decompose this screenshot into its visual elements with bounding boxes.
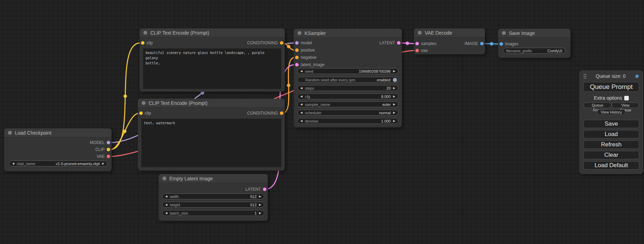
drag-handle-icon[interactable] [583,74,586,79]
widget-ckpt_name[interactable]: ◀ckpt_namev1-5-pruned-emaonly.ckpt▶ [9,161,107,166]
input-dot-vae[interactable] [415,49,419,52]
collapse-dot-icon[interactable] [143,31,147,35]
settings-gear-icon[interactable]: ✱ [635,74,639,79]
node-clip-text-encode-positive[interactable]: CLIP Text Encode (Prompt)clipCONDITIONIN… [140,28,285,92]
prompt-text-input[interactable]: beautiful scenery nature glass bottle la… [143,48,281,89]
input-slot-vae[interactable]: vae [415,48,427,53]
queue-prompt-button[interactable]: Queue Prompt [583,82,639,92]
decrement-arrow[interactable]: ◀ [300,95,302,98]
toggle-state-dot[interactable] [393,78,397,82]
collapse-dot-icon[interactable] [502,31,506,35]
save-button[interactable]: Save [583,120,639,128]
node-title-bar[interactable]: VAE Decode [414,28,485,37]
input-dot-positive[interactable] [295,48,299,52]
queue-front-button[interactable]: Queue Front [583,102,611,108]
node-ksampler[interactable]: KSamplermodelpositivenegativelatent_imag… [294,29,402,127]
node-title-bar[interactable]: Load Checkpoint [4,128,112,137]
widget-filename_prefix[interactable]: filename_prefixComfyUI [503,48,565,54]
input-dot-clip[interactable] [139,111,143,115]
input-slot-latent_image[interactable]: latent_image [295,62,325,67]
view-history-button[interactable]: View History [597,109,626,115]
node-title-bar[interactable]: Empty Latent Image [159,174,268,183]
widget-sampler_name[interactable]: ◀sampler_nameeuler▶ [297,101,398,107]
widget-seed[interactable]: ◀seed156680208700286▶ [297,68,398,74]
widget-scheduler[interactable]: ◀schedulernormal▶ [297,110,398,116]
widget-width[interactable]: ◀width512▶ [162,193,264,199]
node-title-bar[interactable]: CLIP Text Encode (Prompt) [140,28,285,37]
decrement-arrow[interactable]: ◀ [300,70,302,73]
node-title-bar[interactable]: CLIP Text Encode (Prompt) [138,99,285,108]
decrement-arrow[interactable]: ◀ [300,103,302,106]
input-slot-clip[interactable]: clip [139,110,151,116]
input-slot-positive[interactable]: positive [295,47,315,53]
node-clip-text-encode-negative[interactable]: CLIP Text Encode (Prompt)clipCONDITIONIN… [138,99,285,171]
decrement-arrow[interactable]: ◀ [12,162,14,165]
collapse-dot-icon[interactable] [298,31,301,35]
collapse-dot-icon[interactable] [418,31,422,35]
decrement-arrow[interactable]: ◀ [300,111,302,114]
output-dot-LATENT[interactable] [397,41,400,45]
output-dot-IMAGE[interactable] [480,42,484,45]
increment-arrow[interactable]: ▶ [259,212,261,215]
prompt-text-input[interactable]: text, watermark [141,119,281,167]
widget-batch_size[interactable]: ◀batch_size1▶ [162,210,264,216]
input-slot-images[interactable]: images [500,41,519,47]
decrement-arrow[interactable]: ◀ [300,120,302,123]
widget-Random seed after every gen[interactable]: Random seed after every genenabled [297,77,398,83]
load-default-button[interactable]: Load Default [583,161,639,170]
increment-arrow[interactable]: ▶ [393,70,395,73]
collapse-dot-icon[interactable] [8,131,12,135]
input-dot-clip[interactable] [141,41,144,45]
node-title-bar[interactable]: Save Image [498,29,571,38]
decrement-arrow[interactable]: ◀ [165,204,167,206]
increment-arrow[interactable]: ▶ [393,111,395,114]
increment-arrow[interactable]: ▶ [393,120,395,123]
increment-arrow[interactable]: ▶ [393,87,395,90]
output-dot-CONDITIONING[interactable] [280,41,283,45]
output-slot-MODEL[interactable]: MODEL [90,140,110,145]
output-slot-CLIP[interactable]: CLIP [95,147,110,152]
input-slot-model[interactable]: model [295,40,312,46]
increment-arrow[interactable]: ▶ [259,204,261,206]
collapse-dot-icon[interactable] [142,101,145,105]
widget-steps[interactable]: ◀steps20▶ [297,85,398,91]
node-load-checkpoint[interactable]: Load CheckpointMODELCLIPVAE◀ckpt_namev1-… [4,128,112,171]
widget-cfg[interactable]: ◀cfg8.000▶ [297,93,398,99]
collapse-dot-icon[interactable] [162,177,166,180]
input-slot-clip[interactable]: clip [141,40,153,46]
output-slot-VAE[interactable]: VAE [97,154,110,159]
input-slot-negative[interactable]: negative [295,55,316,60]
decrement-arrow[interactable]: ◀ [165,212,167,215]
input-dot-model[interactable] [295,41,299,45]
increment-arrow[interactable]: ▶ [102,162,104,165]
node-save-image[interactable]: Save Imageimagesfilename_prefixComfyUI [498,29,571,58]
view-queue-button[interactable]: View Queue [611,102,639,108]
input-slot-samples[interactable]: samples [415,41,436,46]
widget-height[interactable]: ◀height512▶ [162,202,264,208]
output-slot-CONDITIONING[interactable]: CONDITIONING [247,110,283,116]
increment-arrow[interactable]: ▶ [259,195,261,198]
output-slot-LATENT[interactable]: LATENT [379,40,400,46]
output-dot-LATENT[interactable] [263,188,266,191]
output-slot-CONDITIONING[interactable]: CONDITIONING [247,40,283,46]
output-dot-MODEL[interactable] [107,141,110,144]
output-dot-CONDITIONING[interactable] [280,111,283,115]
output-dot-VAE[interactable] [107,155,110,158]
output-dot-CLIP[interactable] [107,148,110,151]
increment-arrow[interactable]: ▶ [393,103,395,106]
input-dot-latent_image[interactable] [295,63,299,66]
widget-denoise[interactable]: ◀denoise1.000▶ [297,118,398,124]
extra-options-checkbox[interactable] [624,96,629,100]
refresh-button[interactable]: Refresh [583,141,639,149]
decrement-arrow[interactable]: ◀ [300,87,302,90]
input-dot-images[interactable] [500,42,503,46]
output-slot-IMAGE[interactable]: IMAGE [465,41,484,46]
input-dot-negative[interactable] [295,56,299,59]
increment-arrow[interactable]: ▶ [393,95,395,98]
clear-button[interactable]: Clear [583,151,639,159]
node-title-bar[interactable]: KSampler [294,29,402,38]
node-vae-decode[interactable]: VAE DecodesamplesvaeIMAGE [414,28,485,54]
load-button[interactable]: Load [583,130,639,138]
output-slot-LATENT[interactable]: LATENT [245,187,266,192]
decrement-arrow[interactable]: ◀ [165,195,167,198]
